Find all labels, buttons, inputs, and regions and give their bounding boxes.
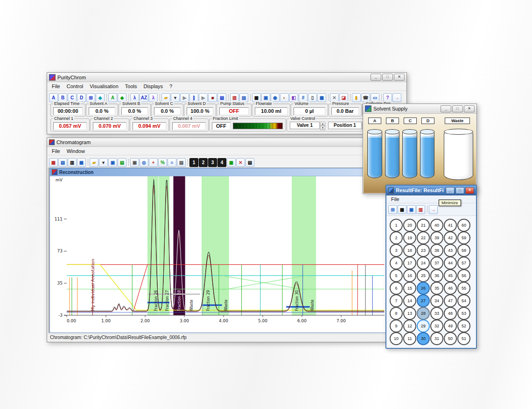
visualisation-button[interactable]: ◉ [271, 93, 280, 102]
vial-20[interactable]: 20 [403, 219, 416, 232]
vial-33[interactable]: 33 [430, 307, 443, 320]
lock-button[interactable]: ▮ [352, 93, 361, 102]
help-book-button[interactable]: ? [383, 93, 392, 102]
gradient-abcd-button[interactable]: ⊞ [86, 93, 95, 102]
close-button[interactable]: ✕ [464, 105, 475, 112]
vial-25[interactable]: 25 [417, 269, 430, 282]
vial-59[interactable]: 59 [457, 231, 470, 244]
main-menu-visualisation[interactable]: Visualisation [86, 83, 122, 90]
compare-button[interactable]: ▣ [108, 158, 117, 167]
vial-24[interactable]: 24 [417, 256, 430, 270]
solvent-titlebar[interactable]: Solvent Supply _□✕ [363, 104, 476, 114]
chromatogram-menu-window[interactable]: Window [63, 148, 88, 154]
puritychrom-titlebar[interactable]: PurityChrom _□✕ [47, 73, 406, 82]
vial-47[interactable]: 47 [444, 294, 457, 307]
vial-31[interactable]: 31 [430, 332, 443, 345]
vial-1[interactable]: 1 [390, 219, 403, 232]
vial-4[interactable]: 4 [390, 256, 403, 270]
vial-34[interactable]: 34 [430, 294, 443, 307]
vial-39[interactable]: 39 [430, 231, 443, 244]
position-spinner[interactable]: Position 1 ▴▾ [328, 122, 367, 129]
vial-13[interactable]: 13 [403, 307, 416, 320]
exit-button[interactable]: → [392, 93, 401, 102]
droplet-button[interactable]: ◆ [118, 93, 126, 102]
vial-15[interactable]: 15 [403, 282, 416, 295]
vial-51[interactable]: 51 [457, 332, 470, 345]
vial-29[interactable]: 29 [417, 319, 430, 333]
device-button[interactable]: ▯ [308, 93, 317, 102]
overlay-button[interactable]: ▤ [118, 158, 126, 167]
main-menu-help[interactable]: ? [166, 83, 175, 90]
wavelength-save-button[interactable]: λ [149, 93, 158, 102]
vial-42[interactable]: 42 [444, 231, 457, 244]
vial-43[interactable]: 43 [444, 244, 457, 257]
vial-2[interactable]: 2 [390, 231, 403, 244]
vial-53[interactable]: 53 [457, 307, 470, 320]
channel-3-button[interactable]: 3 [208, 158, 217, 167]
vial-27[interactable]: 27 [417, 294, 430, 307]
vial-7[interactable]: 7 [390, 294, 403, 307]
maximize-button[interactable]: □ [452, 105, 463, 112]
maximize-button[interactable]: □ [382, 74, 393, 81]
vial-50[interactable]: 50 [444, 332, 457, 345]
calculator-button[interactable]: ▦ [317, 93, 326, 102]
step-button[interactable]: ▶ [199, 93, 208, 102]
vial-28[interactable]: 28 [417, 307, 430, 320]
keyboard-button[interactable]: ▤ [217, 93, 226, 102]
report-button[interactable]: ▥ [230, 93, 239, 102]
spinner-up-icon[interactable]: ▴ [320, 122, 325, 126]
solvent-d-button[interactable]: D [77, 93, 86, 102]
vial-54[interactable]: 54 [457, 294, 470, 307]
valve-spinner[interactable]: Valve 1 ▴▾ [290, 122, 325, 129]
vial-38[interactable]: 38 [430, 244, 443, 257]
vial-16[interactable]: 16 [403, 269, 416, 282]
chart-dark-button[interactable]: ▥ [68, 158, 77, 167]
channel-2-button[interactable]: 2 [199, 158, 208, 167]
open-dropdown[interactable]: ▾ [99, 158, 108, 167]
vial-55[interactable]: 55 [457, 282, 470, 295]
vial-48[interactable]: 48 [444, 307, 457, 320]
chromatogram-button[interactable]: ▦ [252, 93, 261, 102]
card-button[interactable]: ▭ [371, 93, 379, 102]
scissors-button[interactable]: ✕ [330, 93, 339, 102]
autozero-button[interactable]: AZ [140, 93, 148, 102]
vial-35[interactable]: 35 [430, 282, 443, 295]
percent-button[interactable]: % [158, 158, 167, 167]
vial-49[interactable]: 49 [444, 319, 457, 333]
main-menu-file[interactable]: File [49, 83, 63, 90]
red-x-button[interactable]: ✕ [236, 158, 245, 167]
vial-17[interactable]: 17 [403, 256, 416, 270]
vial-52[interactable]: 52 [457, 319, 470, 333]
vial-6[interactable]: 6 [390, 282, 403, 295]
chromatogram-main-button[interactable]: ▦ [49, 158, 58, 167]
open-chromatogram-button[interactable]: ▰ [90, 158, 98, 167]
vial-37[interactable]: 37 [430, 256, 443, 270]
monitor-view-button[interactable]: ▣ [407, 205, 416, 214]
vial-12[interactable]: 12 [403, 319, 416, 333]
vial-21[interactable]: 21 [417, 219, 430, 232]
exit-resultfile-button[interactable]: → [429, 205, 438, 214]
minimize-button[interactable]: _ [371, 74, 381, 81]
keyboard-chart-button[interactable]: ▤ [245, 158, 254, 167]
channel-4-button[interactable]: 4 [217, 158, 226, 167]
monitor-button[interactable]: ▣ [261, 93, 270, 102]
vial-14[interactable]: 14 [403, 294, 416, 307]
chart-blue-button[interactable]: ▤ [58, 158, 67, 167]
stop-button[interactable]: ■ [208, 93, 217, 102]
report-view-button[interactable]: ▥ [416, 205, 425, 214]
vial-57[interactable]: 57 [457, 256, 470, 270]
green-chart-button[interactable]: ▦ [227, 158, 236, 167]
solvent-b-button[interactable]: B [58, 93, 67, 102]
vial-grid-button[interactable]: ⊞ [388, 205, 397, 214]
phone-button[interactable]: ☎ [361, 93, 370, 102]
vial-44[interactable]: 44 [444, 256, 457, 270]
vial-60[interactable]: 60 [457, 219, 470, 232]
vial-32[interactable]: 32 [430, 319, 443, 333]
vial-3[interactable]: 3 [390, 244, 403, 257]
vial-41[interactable]: 41 [444, 219, 457, 232]
valve-spinner-arrows[interactable]: ▴▾ [320, 122, 325, 129]
close-button[interactable]: ✕ [465, 187, 474, 194]
minimize-button[interactable]: _ [441, 105, 451, 112]
fraction-collector-button[interactable]: # [299, 93, 308, 102]
vial-46[interactable]: 46 [444, 282, 457, 295]
